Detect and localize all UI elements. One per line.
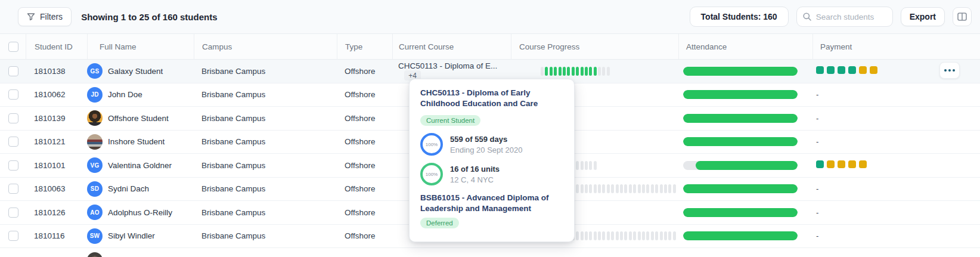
payment-square-teal	[848, 66, 856, 74]
partial-next-row	[0, 248, 980, 257]
attendance-bar	[683, 137, 798, 146]
attendance-bar	[683, 208, 798, 217]
current-course: CHC50113 - Diploma of E...	[398, 61, 497, 70]
payment-cell: -	[812, 114, 980, 123]
row-checkbox[interactable]	[8, 66, 18, 76]
column-header-type: Type	[337, 34, 392, 59]
type: Offshore	[337, 67, 392, 76]
student-name: Sibyl Windler	[108, 231, 155, 240]
payment-square-teal	[838, 66, 845, 74]
avatar	[87, 110, 103, 126]
avatar: JD	[87, 87, 103, 103]
table-header: Student ID Full Name Campus Type Current…	[0, 34, 980, 60]
filters-label: Filters	[40, 12, 63, 21]
attendance-bar	[683, 90, 798, 99]
payment-square-teal	[816, 66, 824, 74]
column-header-course-progress: Course Progress	[511, 34, 678, 59]
search-icon	[802, 12, 812, 21]
payment-square-amber	[859, 160, 867, 168]
total-students-badge: Total Students: 160	[690, 7, 789, 27]
row-checkbox[interactable]	[8, 89, 18, 100]
column-header-payment: Payment	[812, 34, 980, 59]
type: Offshore	[337, 184, 392, 193]
type: Offshore	[337, 161, 392, 170]
payment-cell	[812, 160, 980, 170]
row-checkbox[interactable]	[8, 231, 18, 241]
avatar: AO	[87, 205, 103, 220]
payment-cell: -	[812, 184, 980, 193]
filters-button[interactable]: Filters	[18, 7, 72, 26]
popover-second-course-title: BSB61015 - Advanced Diploma of Leadershi…	[420, 193, 563, 214]
student-name: John Doe	[108, 90, 142, 99]
type: Offshore	[337, 231, 392, 240]
attendance-bar	[683, 67, 798, 76]
columns-icon	[957, 13, 967, 21]
payment-dash: -	[816, 184, 818, 193]
status-badge-deferred: Deferred	[420, 218, 459, 228]
course-progress-segments	[541, 67, 678, 76]
student-name: Valentina Goldner	[108, 161, 172, 170]
column-header-student-id: Student ID	[26, 34, 87, 59]
campus: Brisbane Campus	[194, 161, 337, 170]
units-progress-value: 16 of 16 units	[450, 165, 500, 174]
payment-square-amber	[859, 66, 867, 74]
export-button[interactable]: Export	[901, 7, 945, 26]
attendance-bar	[683, 114, 798, 123]
payment-square-amber	[848, 160, 856, 168]
column-header-attendance: Attendance	[678, 34, 812, 59]
row-checkbox[interactable]	[8, 184, 18, 194]
days-progress-stat: 100% 559 of 559 days Ending 20 Sept 2020	[420, 133, 563, 156]
campus: Brisbane Campus	[194, 90, 337, 99]
payment-dash: -	[816, 90, 818, 99]
payment-dash: -	[816, 137, 818, 146]
campus: Brisbane Campus	[194, 114, 337, 123]
campus: Brisbane Campus	[194, 208, 337, 217]
payment-dash: -	[816, 114, 818, 123]
attendance-bar	[683, 184, 798, 193]
avatar	[87, 252, 103, 257]
filter-icon	[27, 13, 35, 21]
column-settings-button[interactable]	[953, 7, 972, 26]
type: Offshore	[337, 114, 392, 123]
payment-square-teal	[827, 66, 835, 74]
payment-cell: -	[812, 137, 980, 146]
student-id: 1810126	[26, 208, 87, 217]
campus: Brisbane Campus	[194, 184, 337, 193]
payment-square-amber	[838, 160, 845, 168]
row-actions-button[interactable]	[939, 62, 960, 79]
student-id: 1810116	[26, 231, 87, 240]
units-progress-stat: 100% 16 of 16 units 12 C, 4 NYC	[420, 163, 563, 185]
payment-dash: -	[816, 208, 818, 217]
student-id: 1810101	[26, 161, 87, 170]
attendance-bar	[683, 161, 798, 170]
student-id: 1810121	[26, 137, 87, 146]
students-page: Filters Showing 1 to 25 of 160 students …	[0, 0, 980, 257]
row-checkbox[interactable]	[8, 137, 18, 147]
student-id: 1810138	[26, 67, 87, 76]
payment-dash: -	[816, 231, 818, 240]
campus: Brisbane Campus	[194, 67, 337, 76]
row-checkbox[interactable]	[8, 208, 18, 218]
attendance-bar	[683, 231, 798, 240]
avatar: VG	[87, 157, 103, 173]
campus: Brisbane Campus	[194, 231, 337, 240]
student-id: 1810062	[26, 90, 87, 99]
avatar	[87, 134, 103, 150]
row-checkbox[interactable]	[8, 113, 18, 123]
payment-square-amber	[870, 66, 877, 74]
more-dots-icon	[944, 69, 947, 72]
showing-count-text: Showing 1 to 25 of 160 students	[81, 12, 217, 22]
units-progress-subtext: 12 C, 4 NYC	[450, 175, 500, 184]
popover-course-title: CHC50113 - Diploma of Early Childhood Ed…	[420, 88, 563, 109]
select-all-checkbox[interactable]	[8, 42, 18, 52]
row-checkbox[interactable]	[8, 160, 18, 171]
avatar: SW	[87, 228, 103, 244]
student-id: 1810139	[26, 114, 87, 123]
days-progress-value: 559 of 559 days	[450, 135, 522, 144]
avatar: SD	[87, 181, 103, 197]
column-header-current-course: Current Course	[392, 34, 511, 59]
student-name: Adolphus O-Reilly	[108, 208, 172, 217]
days-progress-ring: 100%	[420, 133, 443, 156]
campus: Brisbane Campus	[194, 137, 337, 146]
payment-cell: -	[812, 208, 980, 217]
